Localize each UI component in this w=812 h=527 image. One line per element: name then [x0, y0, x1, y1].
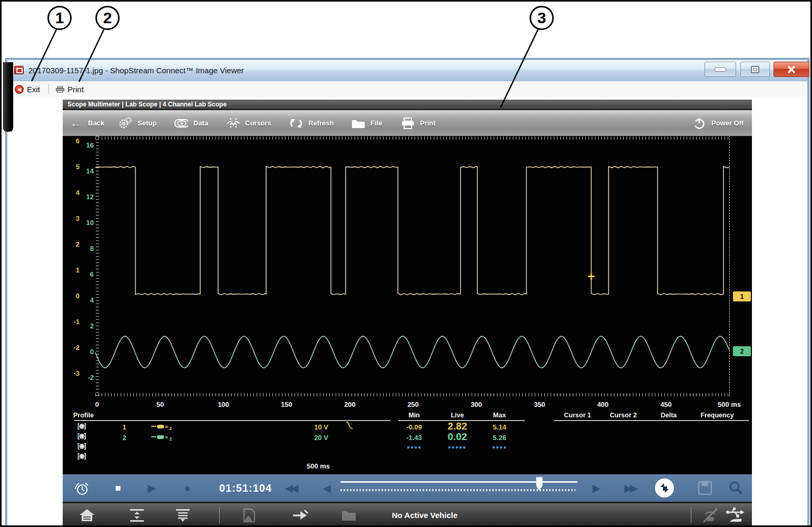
record-data-button[interactable]: [242, 503, 257, 527]
gear-icon: [119, 116, 132, 130]
channel-4-eye-toggle[interactable]: [◉]: [77, 452, 85, 460]
toolbar-file-button[interactable]: File: [351, 110, 382, 136]
ch2-max-value: 5.26: [480, 434, 519, 442]
channel-2-badge-label: 2: [740, 347, 743, 355]
toolbar-back-label: Back: [88, 119, 104, 127]
column-delta: Delta: [650, 412, 687, 419]
y-axis-ch1-label: 2: [66, 240, 80, 248]
toolbar-power-off-button[interactable]: Power Off: [692, 110, 743, 136]
toolbar-print-button[interactable]: Print: [401, 110, 436, 136]
step-forward-button[interactable]: ▶: [589, 474, 604, 502]
toolbar-cursors-button[interactable]: Cursors: [226, 110, 271, 136]
rewind-button[interactable]: ◀◀: [280, 474, 301, 502]
statusbar-divider-1: [219, 508, 220, 523]
ch3-live-placeholder: [448, 446, 466, 448]
toolbar-back-button[interactable]: ← Back: [69, 110, 104, 136]
trace-cursor-cross[interactable]: +: [588, 271, 595, 282]
y-axis-ch2-label: 2: [80, 322, 94, 330]
scope-image: Scope Multimeter | Lab Scope | 4 Channel…: [63, 100, 752, 527]
toolbar-cursors-label: Cursors: [245, 119, 271, 127]
channel-3-eye-toggle[interactable]: [◉]: [77, 442, 85, 450]
y-axis-ch1-label: -2: [66, 344, 80, 352]
toolbar-refresh-label: Refresh: [308, 119, 334, 127]
y-axis-ch2-label: 12: [80, 193, 94, 201]
ch2-live-value: 0.02: [438, 431, 477, 443]
minimize-button[interactable]: [705, 62, 736, 77]
save-icon[interactable]: [698, 481, 712, 495]
channel-2-eye-toggle[interactable]: [◉]: [77, 432, 85, 440]
exit-button[interactable]: ◀ Exit: [15, 81, 40, 97]
ch2-probe-icon: »2: [151, 434, 172, 440]
column-min: Min: [396, 412, 433, 419]
active-vehicle-status: No Active Vehicle: [356, 503, 493, 527]
y-axis-ch2-label: 0: [80, 348, 94, 356]
y-axis-ch1-label: 5: [66, 163, 80, 171]
y-axis-ch2-label: 14: [80, 167, 94, 175]
fast-forward-button[interactable]: ▶▶: [619, 474, 640, 502]
channel-1-eye-toggle[interactable]: [◉]: [77, 422, 85, 430]
x-axis-label: 450: [642, 401, 690, 408]
cursors-icon: [226, 116, 240, 130]
channel-1-trace[interactable]: [95, 167, 729, 295]
profile-separator: [74, 420, 390, 421]
ch1-live-value: 2.82: [438, 421, 477, 432]
review-timer-icon[interactable]: [74, 481, 90, 496]
ch2-min-value: -1.43: [396, 434, 433, 442]
maximize-button[interactable]: [740, 62, 770, 77]
toggle-view-button[interactable]: [655, 479, 674, 497]
record-button[interactable]: ●: [180, 474, 195, 502]
usb-icon: [726, 507, 745, 524]
channel-1-badge[interactable]: 1: [733, 291, 751, 301]
folder-icon-small: [341, 509, 357, 522]
ch1-probe-icon: »2: [151, 424, 172, 429]
collapse-icon: [175, 508, 191, 523]
wireless-status-button[interactable]: [701, 503, 719, 527]
ch1-max-value: 5.14: [480, 423, 519, 431]
eye-icon: [174, 116, 188, 130]
step-back-button[interactable]: ◀: [319, 474, 335, 502]
expand-view-button[interactable]: [129, 503, 145, 527]
callout-1-number: 1: [55, 9, 64, 27]
stop-button[interactable]: ■: [110, 474, 126, 502]
printer-icon: [401, 116, 415, 130]
profile-title: Profile: [73, 412, 105, 419]
channel-2-badge[interactable]: 2: [733, 346, 751, 356]
channel-2-trace[interactable]: [95, 336, 729, 368]
toggle-view-icon: [659, 482, 670, 494]
print-button[interactable]: Print: [56, 81, 84, 97]
status-bar: No Active Vehicle: [63, 503, 752, 527]
play-button[interactable]: ▶: [144, 474, 160, 502]
side-pullout-tab[interactable]: [3, 62, 13, 132]
power-icon: [692, 116, 706, 130]
minimize-icon: [715, 67, 726, 72]
toolbar-setup-button[interactable]: Setup: [119, 110, 156, 136]
data-transfer-button[interactable]: [292, 503, 309, 527]
toolbar-data-label: Data: [193, 119, 208, 127]
transfer-arrow-icon: [292, 509, 309, 522]
close-button[interactable]: [774, 62, 809, 77]
figure: 1 2 3 20170309-1157-1.jpg - ShopStream C…: [0, 0, 812, 527]
usb-connection-button[interactable]: [726, 503, 745, 527]
print-label: Print: [67, 85, 84, 94]
app-window: 20170309-1157-1.jpg - ShopStream Connect…: [6, 58, 809, 527]
ch1-min-value: -0.09: [396, 423, 433, 431]
x-axis-label: 50: [136, 401, 184, 408]
zoom-icon[interactable]: [728, 480, 743, 496]
document-icon: [242, 508, 257, 523]
column-live: Live: [438, 412, 477, 419]
home-button[interactable]: [79, 503, 95, 527]
y-axis-ch2-label: -2: [80, 374, 94, 382]
column-cursor2: Cursor 2: [602, 412, 644, 419]
x-axis-label: 250: [389, 401, 437, 408]
toolbar-data-button[interactable]: Data: [174, 110, 208, 136]
callout-1: 1: [47, 6, 72, 30]
ch1-number: 1: [118, 423, 131, 431]
print-icon: [56, 86, 64, 93]
app-icon: [14, 66, 24, 74]
collapse-view-button[interactable]: [175, 503, 191, 527]
toolbar-refresh-button[interactable]: Refresh: [289, 110, 334, 136]
column-cursor1: Cursor 1: [556, 412, 599, 419]
title-bar[interactable]: 20170309-1157-1.jpg - ShopStream Connect…: [7, 60, 807, 81]
y-axis-ch1-label: -3: [66, 369, 80, 377]
file-manager-button[interactable]: [341, 503, 357, 527]
